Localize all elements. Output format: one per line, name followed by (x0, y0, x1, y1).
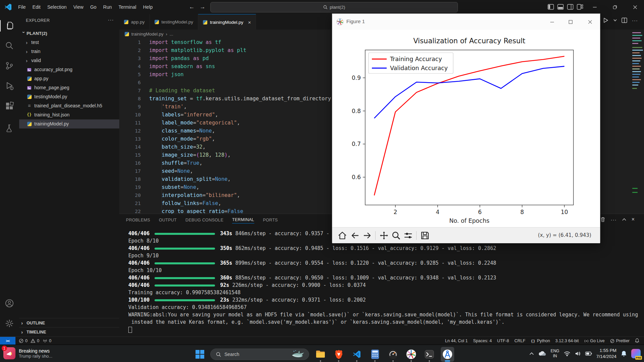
nav-forward-icon[interactable]: → (198, 3, 207, 11)
save-icon[interactable] (420, 231, 430, 240)
tab-testingModel.py[interactable]: testingModel.py (150, 14, 199, 30)
settings-gear-icon[interactable] (5, 319, 14, 328)
terminal-output[interactable]: 406/406 343s 846ms/step - accuracy: 0.93… (128, 230, 639, 333)
maximize-panel-icon[interactable] (622, 218, 626, 221)
statusbar-prettier[interactable]: Prettier (610, 339, 630, 343)
widgets-button[interactable]: 1 Breaking news Trump rally sho... (3, 347, 52, 359)
taskbar-app-calculator[interactable] (368, 347, 382, 362)
tab-app.py[interactable]: app.py (119, 14, 150, 30)
explorer-more-icon[interactable]: ··· (108, 17, 114, 22)
taskbar-app-brave[interactable] (332, 347, 345, 362)
statusbar-bell-icon[interactable] (635, 338, 639, 344)
statusbar-utf-8[interactable]: UTF-8 (497, 339, 509, 343)
menu-view[interactable]: View (70, 3, 87, 11)
panel-tab-problems[interactable]: PROBLEMS (126, 217, 150, 223)
menu-terminal[interactable]: Terminal (115, 3, 140, 11)
explorer-item-trainingModel.py[interactable]: trainingModel.py (19, 119, 119, 128)
forward-icon[interactable] (362, 231, 372, 240)
panel-more-actions-icon[interactable]: ··· (611, 217, 617, 222)
run-dropdown-chevron-icon[interactable] (613, 19, 617, 21)
menu-help[interactable]: Help (140, 3, 156, 11)
menu-go[interactable]: Go (87, 3, 100, 11)
statusbar-3-12-3-64-bit[interactable]: 3.12.3 64-bit (555, 339, 579, 343)
explorer-item-valid[interactable]: ›valid (19, 56, 119, 65)
figure-titlebar[interactable]: Figure 1 (332, 14, 600, 30)
menu-selection[interactable]: Selection (44, 3, 70, 11)
statusbar-ln-44-col-1[interactable]: Ln 44, Col 1 (445, 339, 468, 343)
explorer-item-trained_plant_disease_model.h5[interactable]: ≡trained_plant_disease_model.h5 (19, 101, 119, 110)
explorer-item-training_hist.json[interactable]: {}training_hist.json (19, 110, 119, 119)
taskbar-app-python-figure[interactable] (441, 347, 454, 362)
home-icon[interactable] (338, 231, 347, 240)
tab-trainingModel.py[interactable]: trainingModel.py× (198, 14, 256, 30)
volume-icon[interactable] (575, 351, 581, 356)
panel-tab-output[interactable]: OUTPUT (159, 217, 177, 223)
panel-tab-debug-console[interactable]: DEBUG CONSOLE (185, 217, 223, 223)
sidebar-section-outline[interactable]: › OUTLINE (19, 318, 121, 327)
battery-icon[interactable] (585, 351, 592, 356)
statusbar-python[interactable]: {}Python (531, 339, 550, 343)
taskbar-app-gauge[interactable] (386, 347, 400, 362)
explorer-item-home_page.jpeg[interactable]: home_page.jpeg (19, 83, 119, 92)
close-tab-icon[interactable]: × (248, 19, 251, 25)
wifi-icon[interactable] (564, 351, 570, 356)
statusbar-go-live[interactable]: Go Live (584, 339, 605, 343)
customize-layout-icon[interactable] (577, 4, 583, 10)
problems-status[interactable]: 0 0 (19, 339, 39, 343)
panel-tab-ports[interactable]: PORTS (263, 217, 278, 223)
taskbar-app-matplotlib[interactable] (404, 347, 418, 362)
statusbar-crlf[interactable]: CRLF (514, 339, 525, 343)
panel-tab-terminal[interactable]: TERMINAL (232, 216, 254, 223)
taskbar-app-terminal[interactable] (423, 347, 436, 362)
window-minimize-button[interactable] (587, 0, 602, 14)
figure-window[interactable]: Figure 1 Visualization of Accuracy Resul… (332, 13, 600, 243)
toggle-secondary-sidebar-icon[interactable] (567, 4, 573, 10)
search-view-icon[interactable] (5, 41, 14, 50)
explorer-item-accuracy_plot.png[interactable]: accuracy_plot.png (19, 65, 119, 74)
notification-bell-icon[interactable] (621, 350, 627, 357)
remote-indicator[interactable]: >< (0, 337, 15, 345)
sidebar-section-timeline[interactable]: › TIMELINE (19, 327, 121, 337)
taskbar-app-file-explorer[interactable] (314, 347, 327, 362)
clock[interactable]: 1:55 PM 7/14/2024 (596, 348, 616, 359)
explorer-item-PLANT(2)[interactable]: ›PLANT(2) (19, 29, 119, 38)
toggle-panel-icon[interactable] (557, 4, 564, 10)
language-indicator[interactable]: ENG IN (551, 349, 559, 359)
taskbar-app-vscode[interactable] (350, 347, 363, 362)
testing-icon[interactable] (5, 123, 14, 133)
menu-run[interactable]: Run (100, 3, 115, 11)
zoom-icon[interactable] (391, 231, 401, 240)
onedrive-icon[interactable] (538, 351, 546, 356)
figure-minimize-button[interactable] (545, 16, 559, 27)
run-python-file-icon[interactable] (603, 17, 609, 23)
source-control-icon[interactable] (5, 61, 14, 70)
run-debug-icon[interactable] (5, 81, 14, 91)
explorer-item-test[interactable]: ›test (19, 38, 119, 47)
explorer-item-app.py[interactable]: app.py (19, 74, 119, 83)
split-editor-icon[interactable] (621, 17, 627, 23)
nav-back-icon[interactable]: ← (187, 3, 196, 11)
back-icon[interactable] (350, 231, 360, 240)
close-panel-icon[interactable]: × (632, 216, 635, 222)
explorer-item-testingModel.py[interactable]: testingModel.py (19, 92, 119, 101)
explorer-icon[interactable] (5, 21, 14, 30)
kill-terminal-icon[interactable] (600, 217, 605, 222)
window-maximize-button[interactable] (607, 0, 622, 14)
start-button[interactable] (194, 347, 206, 362)
window-close-button[interactable] (627, 0, 643, 14)
menu-edit[interactable]: Edit (29, 3, 44, 11)
figure-maximize-button[interactable] (563, 16, 578, 27)
extensions-icon[interactable] (5, 101, 14, 111)
editor-more-actions-icon[interactable]: ··· (632, 17, 638, 23)
figure-close-button[interactable] (583, 16, 597, 27)
tray-chevron-up-icon[interactable] (529, 352, 534, 355)
taskbar-search[interactable]: Search (210, 349, 309, 360)
menu-file[interactable]: File (15, 3, 29, 11)
command-center-search[interactable]: plant(2) (210, 2, 458, 12)
explorer-item-train[interactable]: ›train (19, 47, 119, 56)
toggle-sidebar-icon[interactable] (548, 4, 554, 10)
ports-status[interactable]: 0 (43, 339, 51, 343)
copilot-icon[interactable]: PRE (631, 349, 641, 358)
pan-icon[interactable] (379, 231, 389, 240)
account-icon[interactable] (5, 299, 14, 308)
